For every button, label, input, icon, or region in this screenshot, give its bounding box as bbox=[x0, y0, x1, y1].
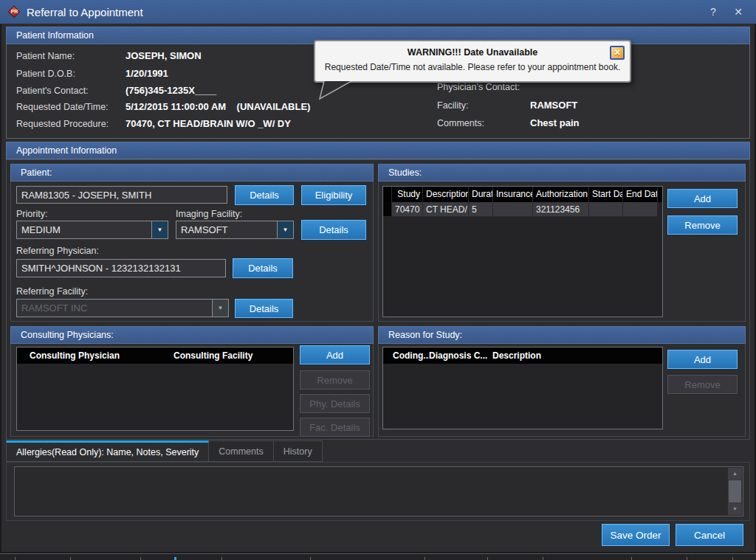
scrollbar[interactable]: ▲ ▼ bbox=[728, 468, 742, 515]
allergies-tab-panel: ▲ ▼ bbox=[6, 462, 750, 521]
studies-remove-button[interactable]: Remove bbox=[667, 215, 738, 235]
patient-dob-value: 1/20/1991 bbox=[126, 68, 168, 79]
studies-add-button[interactable]: Add bbox=[667, 189, 738, 208]
imaging-facility-label: Imaging Facility: bbox=[176, 209, 242, 219]
physician-contact-label: Physician's Contact: bbox=[437, 82, 520, 92]
referring-physician-field[interactable]: SMITH^JOHNSON - 1232132132131 bbox=[16, 259, 226, 277]
facility-value: RAMSOFT bbox=[530, 100, 577, 111]
imaging-facility-select[interactable]: RAMSOFT ▼ bbox=[176, 221, 294, 239]
imaging-facility-details-button[interactable]: Details bbox=[301, 220, 366, 240]
patient-id-field[interactable]: RAM81305 - JOSEPH, SMITH bbox=[16, 186, 227, 204]
consulting-table-header: Consulting Physician Consulting Facility bbox=[17, 348, 293, 364]
referral-dialog: PR Referral to Appointment ? ✕ Patient I… bbox=[0, 0, 756, 560]
eligibility-button[interactable]: Eligibility bbox=[301, 185, 366, 205]
reason-table: Coding... Diagnosis C... Description bbox=[382, 347, 663, 429]
referring-facility-label: Referring Facility: bbox=[16, 286, 88, 297]
tab-history[interactable]: History bbox=[274, 440, 323, 462]
allergies-list[interactable]: ▲ ▼ bbox=[14, 466, 743, 516]
studies-table: Study Description Duration Insurance Aut… bbox=[382, 186, 663, 317]
comments-label: Comments: bbox=[437, 118, 484, 128]
scroll-up-icon[interactable]: ▲ bbox=[728, 468, 742, 480]
window-title: Referral to Appointment bbox=[27, 6, 143, 18]
studies-table-header: Study Description Duration Insurance Aut… bbox=[383, 187, 662, 202]
patient-details-button[interactable]: Details bbox=[235, 185, 294, 205]
scroll-down-icon[interactable]: ▼ bbox=[728, 503, 742, 515]
patient-contact-label: Patient's Contact: bbox=[16, 86, 89, 96]
warning-message: Requested Date/Time not available. Pleas… bbox=[315, 62, 630, 72]
reason-add-button[interactable]: Add bbox=[667, 350, 738, 369]
consulting-phy-details-button[interactable]: Phy. Details bbox=[300, 394, 370, 413]
reason-for-study-header: Reason for Study: bbox=[378, 326, 746, 344]
tab-allergies[interactable]: Allergies(Read Only): Name, Notes, Sever… bbox=[6, 440, 209, 462]
priority-label: Priority: bbox=[16, 209, 47, 219]
close-icon[interactable]: ✕ bbox=[732, 6, 744, 18]
referring-physician-label: Referring Physician: bbox=[16, 246, 99, 256]
title-bar: PR Referral to Appointment ? ✕ bbox=[0, 0, 756, 24]
warning-close-icon[interactable]: ✕ bbox=[610, 46, 625, 60]
patient-dob-label: Patient D.O.B: bbox=[16, 69, 75, 79]
patient-name-value: JOSEPH, SIMON bbox=[126, 50, 202, 61]
requested-procedure-label: Requested Procedure: bbox=[16, 119, 109, 129]
studies-group-header: Studies: bbox=[378, 164, 746, 182]
reason-remove-button[interactable]: Remove bbox=[667, 375, 738, 394]
requested-datetime-label: Requested Date/Time: bbox=[16, 102, 109, 112]
warning-title: WARNING!!! Date Unavailable bbox=[315, 47, 630, 58]
patient-name-label: Patient Name: bbox=[16, 51, 75, 61]
patient-group-header: Patient: bbox=[10, 164, 374, 182]
appointment-information-header: Appointment Information bbox=[6, 142, 750, 159]
help-icon[interactable]: ? bbox=[707, 6, 719, 18]
scrollbar-thumb[interactable] bbox=[729, 480, 741, 502]
referring-facility-details-button[interactable]: Details bbox=[235, 299, 293, 318]
priority-select[interactable]: MEDIUM ▼ bbox=[16, 221, 168, 239]
studies-table-row[interactable]: 70470 CT HEAD/ 5 321123456 bbox=[383, 202, 662, 217]
consulting-add-button[interactable]: Add bbox=[300, 345, 370, 364]
consulting-remove-button[interactable]: Remove bbox=[300, 370, 370, 390]
save-order-button[interactable]: Save Order bbox=[602, 524, 670, 546]
consulting-physicians-header: Consulting Physicians: bbox=[10, 326, 374, 344]
facility-label: Facility: bbox=[437, 100, 468, 111]
warning-balloon-tail bbox=[317, 81, 356, 100]
bottom-tab-strip: Allergies(Read Only): Name, Notes, Sever… bbox=[6, 440, 323, 462]
cancel-button[interactable]: Cancel bbox=[676, 524, 743, 546]
consulting-physicians-table: Consulting Physician Consulting Facility bbox=[16, 347, 294, 431]
referring-physician-details-button[interactable]: Details bbox=[233, 258, 293, 278]
background-window-edge bbox=[0, 553, 756, 560]
requested-datetime-value: 5/12/2015 11:00:00 AM (UNAVAILABLE) bbox=[126, 101, 310, 112]
tab-comments[interactable]: Comments bbox=[209, 440, 273, 462]
chevron-down-icon[interactable]: ▼ bbox=[212, 300, 228, 317]
chevron-down-icon[interactable]: ▼ bbox=[151, 221, 168, 238]
chevron-down-icon[interactable]: ▼ bbox=[277, 221, 293, 238]
referring-facility-select[interactable]: RAMSOFT INC ▼ bbox=[16, 299, 229, 317]
consulting-fac-details-button[interactable]: Fac. Details bbox=[300, 418, 370, 437]
patient-contact-value: (756)345-1235X____ bbox=[126, 85, 216, 96]
comments-value: Chest pain bbox=[530, 117, 579, 128]
warning-balloon: WARNING!!! Date Unavailable Requested Da… bbox=[314, 40, 631, 83]
requested-procedure-value: 70470, CT HEAD/BRAIN W/O _W/ DY bbox=[126, 118, 291, 129]
reason-table-header: Coding... Diagnosis C... Description bbox=[383, 348, 662, 364]
app-icon: PR bbox=[8, 6, 21, 18]
